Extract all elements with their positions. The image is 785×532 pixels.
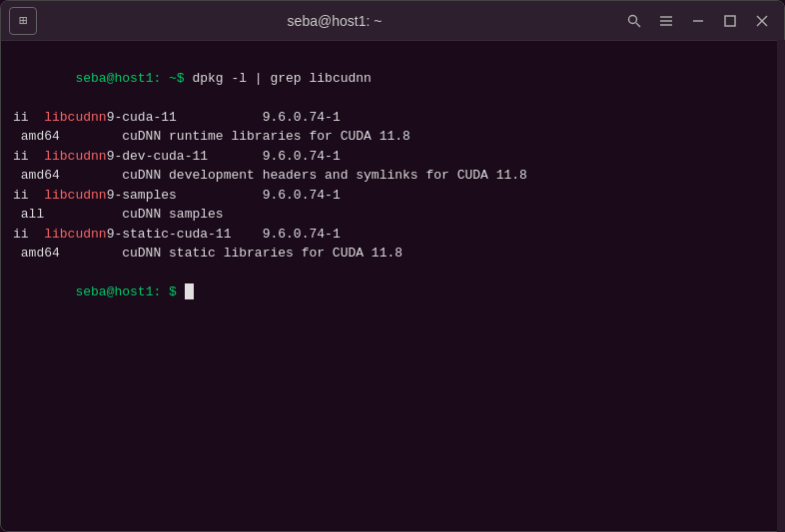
menu-button[interactable] bbox=[652, 7, 680, 35]
pkg-desc-text-3: all cuDNN samples bbox=[13, 207, 224, 222]
terminal-body[interactable]: seba@host1: ~$ dpkg -l | grep libcudnn i… bbox=[1, 41, 784, 531]
cursor bbox=[185, 283, 194, 299]
pkg-name-1: libcudnn bbox=[44, 110, 106, 125]
hamburger-icon bbox=[658, 13, 674, 29]
pkg-rest-4: 9-static-cuda-11 9.6.0.74-1 bbox=[107, 227, 341, 242]
close-button[interactable] bbox=[748, 7, 776, 35]
pkg-desc-4: amd64 cuDNN static libraries for CUDA 11… bbox=[13, 244, 772, 264]
pkg-desc-2: amd64 cuDNN development headers and syml… bbox=[13, 166, 772, 186]
pkg-desc-3: all cuDNN samples bbox=[13, 205, 772, 225]
search-button[interactable] bbox=[620, 7, 648, 35]
minimize-icon bbox=[690, 13, 706, 29]
search-icon bbox=[626, 13, 642, 29]
pkg-name-3: libcudnn bbox=[44, 188, 106, 203]
pkg-line-3: ii libcudnn9-samples 9.6.0.74-1 bbox=[13, 186, 772, 206]
pkg-line-4: ii libcudnn9-static-cuda-11 9.6.0.74-1 bbox=[13, 225, 772, 245]
terminal-icon-glyph: ⊞ bbox=[19, 12, 27, 29]
pkg-line-1: ii libcudnn9-cuda-11 9.6.0.74-1 bbox=[13, 108, 772, 128]
window-title: seba@host1: ~ bbox=[288, 13, 383, 29]
pkg-line-2: ii libcudnn9-dev-cuda-11 9.6.0.74-1 bbox=[13, 147, 772, 167]
pkg-desc-text-2: amd64 cuDNN development headers and syml… bbox=[13, 168, 527, 183]
pkg-rest-2: 9-dev-cuda-11 9.6.0.74-1 bbox=[107, 149, 341, 164]
pkg-desc-text-4: amd64 cuDNN static libraries for CUDA 11… bbox=[13, 246, 402, 261]
command-line: seba@host1: ~$ dpkg -l | grep libcudnn bbox=[13, 49, 772, 108]
pkg-name-2: libcudnn bbox=[44, 149, 106, 164]
scrollbar[interactable] bbox=[777, 40, 785, 532]
svg-line-1 bbox=[636, 23, 640, 27]
pkg-name-4: libcudnn bbox=[44, 227, 106, 242]
current-prompt: seba@host1: $ bbox=[75, 284, 184, 299]
titlebar: ⊞ seba@host1: ~ bbox=[1, 1, 784, 41]
command-text: dpkg -l | grep libcudnn bbox=[192, 71, 371, 86]
pkg-rest-1: 9-cuda-11 9.6.0.74-1 bbox=[107, 110, 341, 125]
close-icon bbox=[754, 13, 770, 29]
pkg-status-1: ii bbox=[13, 110, 44, 125]
window-wrapper: ⊞ seba@host1: ~ bbox=[0, 0, 785, 532]
minimize-button[interactable] bbox=[684, 7, 712, 35]
pkg-desc-1: amd64 cuDNN runtime libraries for CUDA 1… bbox=[13, 127, 772, 147]
pkg-status-3: ii bbox=[13, 188, 44, 203]
maximize-button[interactable] bbox=[716, 7, 744, 35]
svg-point-0 bbox=[629, 15, 637, 23]
pkg-status-2: ii bbox=[13, 149, 44, 164]
command-prompt: seba@host1: ~$ bbox=[75, 71, 192, 86]
pkg-rest-3: 9-samples 9.6.0.74-1 bbox=[107, 188, 341, 203]
pkg-desc-text-1: amd64 cuDNN runtime libraries for CUDA 1… bbox=[13, 129, 410, 144]
titlebar-controls bbox=[620, 7, 776, 35]
current-prompt-line: seba@host1: $ bbox=[13, 264, 772, 322]
svg-rect-6 bbox=[725, 16, 735, 26]
terminal-icon: ⊞ bbox=[9, 7, 37, 35]
terminal-window: ⊞ seba@host1: ~ bbox=[0, 0, 785, 532]
titlebar-left: ⊞ bbox=[9, 7, 49, 35]
pkg-status-4: ii bbox=[13, 227, 44, 242]
maximize-icon bbox=[722, 13, 738, 29]
